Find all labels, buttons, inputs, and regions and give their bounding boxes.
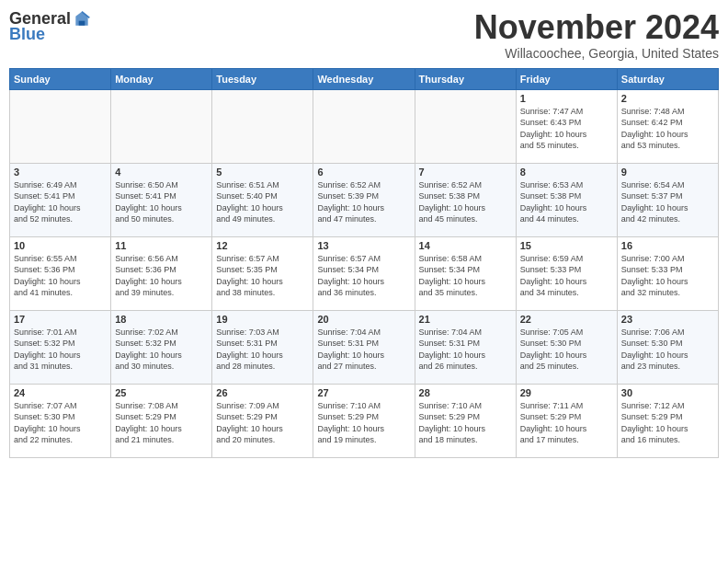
page-header: General Blue November 2024 Willacoochee,… bbox=[9, 9, 719, 61]
calendar-week-4: 17Sunrise: 7:01 AM Sunset: 5:32 PM Dayli… bbox=[10, 310, 719, 384]
calendar-cell: 27Sunrise: 7:10 AM Sunset: 5:29 PM Dayli… bbox=[313, 384, 415, 457]
calendar-cell: 5Sunrise: 6:51 AM Sunset: 5:40 PM Daylig… bbox=[212, 163, 313, 236]
day-info: Sunrise: 7:04 AM Sunset: 5:31 PM Dayligh… bbox=[317, 327, 410, 373]
day-number: 22 bbox=[520, 314, 613, 325]
weekday-header-row: SundayMondayTuesdayWednesdayThursdayFrid… bbox=[10, 68, 719, 89]
calendar-cell: 29Sunrise: 7:11 AM Sunset: 5:29 PM Dayli… bbox=[516, 384, 617, 457]
day-number: 27 bbox=[317, 387, 410, 398]
day-number: 23 bbox=[621, 314, 714, 325]
day-number: 21 bbox=[419, 314, 512, 325]
logo-blue-text: Blue bbox=[9, 25, 45, 44]
calendar-cell: 7Sunrise: 6:52 AM Sunset: 5:38 PM Daylig… bbox=[415, 163, 516, 236]
calendar-cell: 15Sunrise: 6:59 AM Sunset: 5:33 PM Dayli… bbox=[516, 236, 617, 310]
weekday-header-tuesday: Tuesday bbox=[212, 68, 313, 89]
day-info: Sunrise: 7:03 AM Sunset: 5:31 PM Dayligh… bbox=[216, 327, 309, 373]
calendar-cell: 25Sunrise: 7:08 AM Sunset: 5:29 PM Dayli… bbox=[111, 384, 212, 457]
title-block: November 2024 Willacoochee, Georgia, Uni… bbox=[474, 9, 719, 61]
day-info: Sunrise: 6:52 AM Sunset: 5:39 PM Dayligh… bbox=[317, 179, 410, 225]
calendar-week-1: 1Sunrise: 7:47 AM Sunset: 6:43 PM Daylig… bbox=[10, 89, 719, 163]
month-title: November 2024 bbox=[474, 9, 719, 46]
calendar-cell: 17Sunrise: 7:01 AM Sunset: 5:32 PM Dayli… bbox=[10, 310, 111, 384]
calendar-cell: 19Sunrise: 7:03 AM Sunset: 5:31 PM Dayli… bbox=[212, 310, 313, 384]
day-number: 29 bbox=[520, 387, 613, 398]
day-info: Sunrise: 7:06 AM Sunset: 5:30 PM Dayligh… bbox=[621, 327, 714, 373]
day-info: Sunrise: 6:52 AM Sunset: 5:38 PM Dayligh… bbox=[419, 179, 512, 225]
day-number: 24 bbox=[14, 387, 107, 398]
day-number: 25 bbox=[115, 387, 208, 398]
calendar-cell bbox=[111, 89, 212, 163]
day-info: Sunrise: 6:50 AM Sunset: 5:41 PM Dayligh… bbox=[115, 179, 208, 225]
day-info: Sunrise: 6:57 AM Sunset: 5:35 PM Dayligh… bbox=[216, 253, 309, 299]
day-info: Sunrise: 7:00 AM Sunset: 5:33 PM Dayligh… bbox=[621, 253, 714, 299]
day-number: 19 bbox=[216, 314, 309, 325]
calendar-cell bbox=[415, 89, 516, 163]
calendar-cell: 11Sunrise: 6:56 AM Sunset: 5:36 PM Dayli… bbox=[111, 236, 212, 310]
weekday-header-wednesday: Wednesday bbox=[313, 68, 415, 89]
day-info: Sunrise: 7:12 AM Sunset: 5:29 PM Dayligh… bbox=[621, 400, 714, 446]
calendar-cell: 23Sunrise: 7:06 AM Sunset: 5:30 PM Dayli… bbox=[617, 310, 718, 384]
weekday-header-monday: Monday bbox=[111, 68, 212, 89]
day-number: 10 bbox=[14, 240, 107, 251]
calendar-cell: 22Sunrise: 7:05 AM Sunset: 5:30 PM Dayli… bbox=[516, 310, 617, 384]
day-info: Sunrise: 7:48 AM Sunset: 6:42 PM Dayligh… bbox=[621, 106, 714, 152]
day-number: 20 bbox=[317, 314, 410, 325]
calendar-cell: 3Sunrise: 6:49 AM Sunset: 5:41 PM Daylig… bbox=[10, 163, 111, 236]
calendar-week-2: 3Sunrise: 6:49 AM Sunset: 5:41 PM Daylig… bbox=[10, 163, 719, 236]
day-number: 4 bbox=[115, 167, 208, 178]
day-number: 6 bbox=[317, 167, 410, 178]
day-info: Sunrise: 6:49 AM Sunset: 5:41 PM Dayligh… bbox=[14, 179, 107, 225]
calendar-cell: 2Sunrise: 7:48 AM Sunset: 6:42 PM Daylig… bbox=[617, 89, 718, 163]
calendar-cell: 28Sunrise: 7:10 AM Sunset: 5:29 PM Dayli… bbox=[415, 384, 516, 457]
calendar-cell: 14Sunrise: 6:58 AM Sunset: 5:34 PM Dayli… bbox=[415, 236, 516, 310]
day-number: 17 bbox=[14, 314, 107, 325]
calendar-cell: 9Sunrise: 6:54 AM Sunset: 5:37 PM Daylig… bbox=[617, 163, 718, 236]
day-info: Sunrise: 6:55 AM Sunset: 5:36 PM Dayligh… bbox=[14, 253, 107, 299]
day-number: 18 bbox=[115, 314, 208, 325]
calendar-cell bbox=[212, 89, 313, 163]
day-number: 12 bbox=[216, 240, 309, 251]
day-info: Sunrise: 7:47 AM Sunset: 6:43 PM Dayligh… bbox=[520, 106, 613, 152]
day-number: 16 bbox=[621, 240, 714, 251]
day-info: Sunrise: 7:02 AM Sunset: 5:32 PM Dayligh… bbox=[115, 327, 208, 373]
calendar-cell: 4Sunrise: 6:50 AM Sunset: 5:41 PM Daylig… bbox=[111, 163, 212, 236]
day-number: 11 bbox=[115, 240, 208, 251]
day-info: Sunrise: 6:56 AM Sunset: 5:36 PM Dayligh… bbox=[115, 253, 208, 299]
calendar-week-5: 24Sunrise: 7:07 AM Sunset: 5:30 PM Dayli… bbox=[10, 384, 719, 457]
day-info: Sunrise: 6:59 AM Sunset: 5:33 PM Dayligh… bbox=[520, 253, 613, 299]
day-number: 30 bbox=[621, 387, 714, 398]
day-info: Sunrise: 6:58 AM Sunset: 5:34 PM Dayligh… bbox=[419, 253, 512, 299]
calendar-cell bbox=[10, 89, 111, 163]
day-info: Sunrise: 7:07 AM Sunset: 5:30 PM Dayligh… bbox=[14, 400, 107, 446]
day-info: Sunrise: 7:10 AM Sunset: 5:29 PM Dayligh… bbox=[419, 400, 512, 446]
day-number: 13 bbox=[317, 240, 410, 251]
calendar-cell: 20Sunrise: 7:04 AM Sunset: 5:31 PM Dayli… bbox=[313, 310, 415, 384]
day-number: 3 bbox=[14, 167, 107, 178]
day-info: Sunrise: 6:51 AM Sunset: 5:40 PM Dayligh… bbox=[216, 179, 309, 225]
calendar-cell: 10Sunrise: 6:55 AM Sunset: 5:36 PM Dayli… bbox=[10, 236, 111, 310]
day-number: 7 bbox=[419, 167, 512, 178]
calendar-cell: 12Sunrise: 6:57 AM Sunset: 5:35 PM Dayli… bbox=[212, 236, 313, 310]
day-number: 1 bbox=[520, 93, 613, 104]
calendar-cell: 6Sunrise: 6:52 AM Sunset: 5:39 PM Daylig… bbox=[313, 163, 415, 236]
logo-icon bbox=[73, 10, 91, 29]
day-number: 2 bbox=[621, 93, 714, 104]
calendar-week-3: 10Sunrise: 6:55 AM Sunset: 5:36 PM Dayli… bbox=[10, 236, 719, 310]
day-number: 5 bbox=[216, 167, 309, 178]
day-info: Sunrise: 7:11 AM Sunset: 5:29 PM Dayligh… bbox=[520, 400, 613, 446]
calendar-cell: 26Sunrise: 7:09 AM Sunset: 5:29 PM Dayli… bbox=[212, 384, 313, 457]
weekday-header-friday: Friday bbox=[516, 68, 617, 89]
day-number: 8 bbox=[520, 167, 613, 178]
calendar-cell: 13Sunrise: 6:57 AM Sunset: 5:34 PM Dayli… bbox=[313, 236, 415, 310]
day-number: 9 bbox=[621, 167, 714, 178]
calendar-cell: 18Sunrise: 7:02 AM Sunset: 5:32 PM Dayli… bbox=[111, 310, 212, 384]
calendar-cell: 21Sunrise: 7:04 AM Sunset: 5:31 PM Dayli… bbox=[415, 310, 516, 384]
day-info: Sunrise: 7:04 AM Sunset: 5:31 PM Dayligh… bbox=[419, 327, 512, 373]
calendar-table: SundayMondayTuesdayWednesdayThursdayFrid… bbox=[9, 68, 719, 458]
calendar-cell: 30Sunrise: 7:12 AM Sunset: 5:29 PM Dayli… bbox=[617, 384, 718, 457]
weekday-header-saturday: Saturday bbox=[617, 68, 718, 89]
day-info: Sunrise: 6:54 AM Sunset: 5:37 PM Dayligh… bbox=[621, 179, 714, 225]
day-number: 15 bbox=[520, 240, 613, 251]
day-number: 26 bbox=[216, 387, 309, 398]
weekday-header-thursday: Thursday bbox=[415, 68, 516, 89]
day-number: 28 bbox=[419, 387, 512, 398]
